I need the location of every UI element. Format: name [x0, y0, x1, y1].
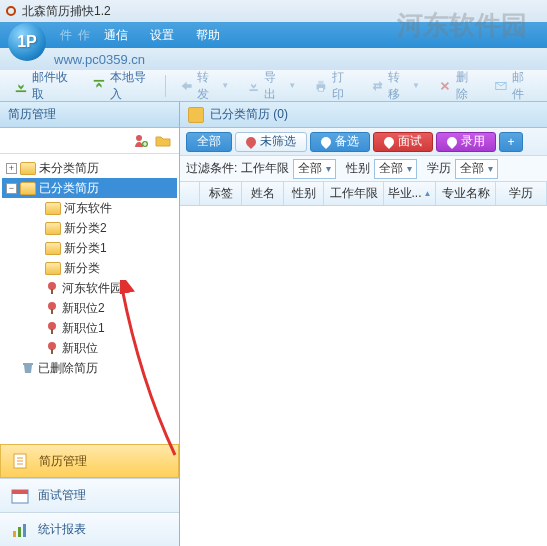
mail-button[interactable]: 邮件	[486, 66, 541, 106]
folder-icon	[45, 262, 61, 275]
svg-rect-2	[250, 89, 258, 91]
nav-label: 统计报表	[38, 521, 86, 538]
toolbar-separator	[165, 75, 166, 97]
delete-label: 删除	[456, 69, 477, 103]
forward-label: 转发	[197, 69, 217, 103]
menu-hidden-1: 件	[60, 27, 72, 44]
export-icon	[247, 78, 260, 94]
export-button[interactable]: 导出 ▼	[239, 66, 304, 106]
col-gender[interactable]: 性别	[284, 182, 324, 205]
svg-rect-23	[12, 490, 28, 494]
pin-icon	[382, 134, 396, 148]
content-area: 已分类简历 (0) 全部 未筛选 备选 面试 录用 + 过滤条件: 工作年限 全…	[180, 102, 547, 546]
mail-icon	[494, 78, 508, 94]
tab-all[interactable]: 全部	[186, 132, 232, 152]
expand-icon[interactable]: +	[6, 163, 17, 174]
filter-tabs: 全部 未筛选 备选 面试 录用 +	[180, 128, 547, 156]
tree-node-unclassified[interactable]: + 未分类简历	[2, 158, 177, 178]
main-toolbar: 邮件收取 本地导入 转发 ▼ 导出 ▼ 打印 转移 ▼ 删除 邮件	[0, 70, 547, 102]
filter-workyears-label: 工作年限	[241, 160, 289, 177]
folder-icon	[188, 107, 204, 123]
tree-child-5[interactable]: 新职位2	[26, 298, 177, 318]
add-user-icon[interactable]	[133, 133, 149, 149]
tree-child-2[interactable]: 新分类1	[26, 238, 177, 258]
mail-receive-button[interactable]: 邮件收取	[6, 66, 82, 106]
tab-bookmark[interactable]: 备选	[310, 132, 370, 152]
menu-bar: 1P 件 作 通信 设置 帮助	[0, 22, 547, 48]
tree-child-6[interactable]: 新职位1	[26, 318, 177, 338]
tab-interview[interactable]: 面试	[373, 132, 433, 152]
tree-label: 新分类2	[64, 220, 107, 237]
local-import-label: 本地导入	[110, 69, 152, 103]
forward-icon	[180, 78, 193, 94]
tree-label: 河东软件园	[62, 280, 122, 297]
transfer-button[interactable]: 转移 ▼	[363, 66, 428, 106]
svg-rect-27	[13, 531, 16, 537]
tab-label: 面试	[398, 133, 422, 150]
pin-icon	[45, 321, 59, 335]
col-graduate[interactable]: 毕业...▲	[384, 182, 436, 205]
nav-stats-button[interactable]: 统计报表	[0, 512, 179, 546]
col-label: 毕业...	[388, 185, 422, 202]
window-title: 北森简历捕快1.2	[22, 3, 111, 20]
chevron-down-icon: ▼	[288, 81, 296, 90]
pin-icon	[45, 341, 59, 355]
col-education[interactable]: 学历	[496, 182, 547, 205]
col-tag[interactable]: 标签	[200, 182, 242, 205]
delete-button[interactable]: 删除	[430, 66, 485, 106]
filter-bar: 过滤条件: 工作年限 全部 性别 全部 学历 全部	[180, 156, 547, 182]
col-name[interactable]: 姓名	[242, 182, 284, 205]
forward-button[interactable]: 转发 ▼	[172, 66, 237, 106]
print-label: 打印	[332, 69, 353, 103]
sidebar: 简历管理 + 未分类简历 − 已分类简历 河东软件 新分类2 新分类1 新分类 …	[0, 102, 180, 546]
gender-combo[interactable]: 全部	[374, 159, 417, 179]
education-combo[interactable]: 全部	[455, 159, 498, 179]
nav-interview-button[interactable]: 面试管理	[0, 478, 179, 512]
folder-icon	[20, 182, 36, 195]
svg-point-15	[48, 342, 56, 350]
local-import-button[interactable]: 本地导入	[84, 66, 160, 106]
tab-unfiltered[interactable]: 未筛选	[235, 132, 307, 152]
grid-header: 标签 姓名 性别 工作年限 毕业...▲ 专业名称 学历	[180, 182, 547, 206]
tree-child-4[interactable]: 河东软件园	[26, 278, 177, 298]
nav-label: 简历管理	[39, 453, 87, 470]
menu-comm[interactable]: 通信	[96, 25, 136, 46]
menu-settings[interactable]: 设置	[142, 25, 182, 46]
download-icon	[14, 78, 28, 94]
tree-node-deleted[interactable]: 已删除简历	[2, 358, 177, 378]
menu-help[interactable]: 帮助	[188, 25, 228, 46]
col-major[interactable]: 专业名称	[436, 182, 496, 205]
nav-resume-button[interactable]: 简历管理	[0, 444, 179, 478]
title-bar: 北森简历捕快1.2	[0, 0, 547, 22]
col-blank[interactable]	[180, 182, 200, 205]
print-button[interactable]: 打印	[306, 66, 361, 106]
tree-child-1[interactable]: 新分类2	[26, 218, 177, 238]
tree-label: 新分类	[64, 260, 100, 277]
folder-icon	[20, 162, 36, 175]
tab-add[interactable]: +	[499, 132, 523, 152]
collapse-icon[interactable]: −	[6, 183, 17, 194]
tree-label: 新职位	[62, 340, 98, 357]
pin-icon	[45, 281, 59, 295]
tree-label: 已分类简历	[39, 180, 99, 197]
filter-label: 过滤条件:	[186, 160, 237, 177]
app-logo-icon: 1P	[8, 23, 46, 61]
tree-label: 河东软件	[64, 200, 112, 217]
tree-label: 已删除简历	[38, 360, 98, 377]
tree-child-0[interactable]: 河东软件	[26, 198, 177, 218]
tree-child-3[interactable]: 新分类	[26, 258, 177, 278]
sidebar-bottom-nav: 简历管理 面试管理 统计报表	[0, 444, 179, 546]
svg-point-13	[48, 322, 56, 330]
pin-icon	[244, 134, 258, 148]
col-workyears[interactable]: 工作年限	[324, 182, 384, 205]
tree-node-classified[interactable]: − 已分类简历	[2, 178, 177, 198]
tab-hired[interactable]: 录用	[436, 132, 496, 152]
new-folder-icon[interactable]	[155, 133, 171, 149]
tree-child-7[interactable]: 新职位	[26, 338, 177, 358]
workyears-combo[interactable]: 全部	[293, 159, 336, 179]
delete-icon	[438, 78, 452, 94]
mail-receive-label: 邮件收取	[32, 69, 74, 103]
pin-icon	[45, 301, 59, 315]
grid-body	[180, 206, 547, 546]
menu-hidden-2: 作	[78, 27, 90, 44]
